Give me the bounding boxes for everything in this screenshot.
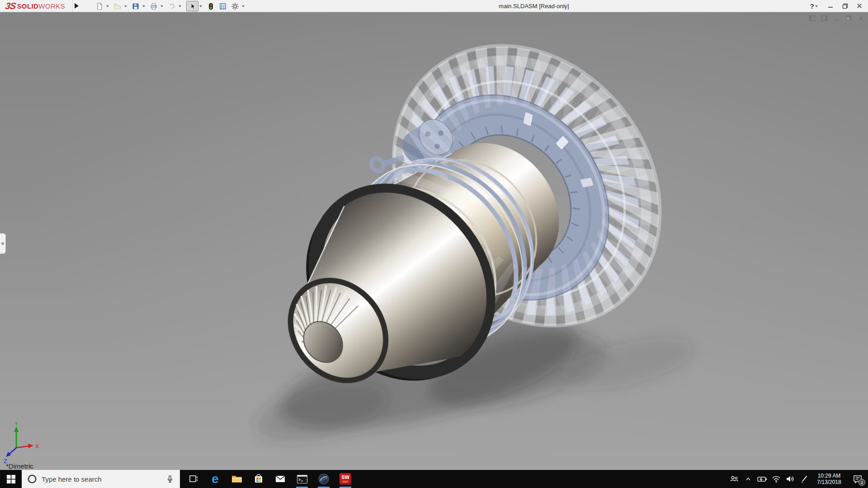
taskbar-app-icons: e [183,470,356,488]
save-button[interactable] [129,1,142,11]
new-document-button[interactable] [93,1,105,11]
quick-access-toolbar [93,0,247,12]
cortana-icon [27,474,37,484]
battery-charging-icon [756,474,768,484]
new-document-icon [95,2,104,10]
taskbar-search-input[interactable]: Type here to search [22,470,180,488]
collapsed-panel-tab[interactable] [0,233,6,254]
open-dropdown[interactable] [124,5,127,9]
triad-y-label: Y [14,422,18,427]
document-window-controls [808,14,864,22]
logo-text-solid: SOLID [17,2,38,10]
solidworks-2017-button[interactable]: SW 2017 [335,470,356,488]
save-dropdown[interactable] [142,5,145,9]
edrawings-icon [318,473,330,485]
command-prompt-button[interactable] [291,470,313,488]
doc-close-button[interactable] [857,14,864,22]
doc-restore-button[interactable] [845,14,852,22]
show-right-pane-button[interactable] [821,14,828,22]
clock-date: 7/13/2018 [811,479,847,485]
microphone-icon[interactable] [165,474,175,483]
edge-button[interactable]: e [204,470,226,488]
save-floppy-icon [132,2,140,10]
flyout-arrow-icon [75,3,81,9]
volume-button[interactable] [783,470,797,488]
battery-button[interactable] [755,470,769,488]
dassault-3ds-logo-icon: 3S [5,1,17,11]
pen-button[interactable] [797,470,811,488]
panel-tab-grip-icon [1,242,4,245]
select-cursor-icon [189,2,197,10]
restore-down-icon [842,3,848,9]
edge-icon: e [212,473,219,485]
task-view-button[interactable] [183,470,204,488]
open-folder-icon [113,2,122,10]
options-dropdown[interactable] [242,5,245,9]
doc-minimize-icon [834,15,840,21]
menu-flyout-button[interactable] [72,0,80,12]
open-button[interactable] [111,1,123,11]
close-icon [857,3,862,9]
restore-button[interactable] [841,2,849,10]
wifi-button[interactable] [769,470,783,488]
volume-icon [785,474,796,484]
display-pane-list-icon [219,2,227,10]
help-dropdown[interactable] [815,5,818,9]
right-pane-icon [821,15,828,22]
rebuild-button[interactable] [204,1,217,11]
undo-arrow-icon [168,2,176,10]
show-left-pane-button[interactable] [808,14,816,22]
options-button[interactable] [229,1,241,11]
start-button[interactable] [0,470,22,488]
command-prompt-icon [297,474,308,484]
select-tool-button[interactable] [186,1,198,11]
clock-time: 10:29 AM [811,473,847,479]
titlebar: 3S SOLIDWORKS [0,0,868,12]
taskbar-clock[interactable]: 10:29 AM 7/13/2018 [811,473,847,485]
people-button[interactable] [727,470,741,488]
file-explorer-icon [231,474,243,484]
windows-taskbar: Type here to search e [0,470,868,488]
people-icon [729,474,740,484]
view-orientation-label: *Dimetric [6,462,33,470]
print-icon [150,2,158,10]
action-center-button[interactable]: 2 [847,470,868,488]
select-dropdown[interactable] [199,5,202,9]
help-button[interactable]: ? [810,2,814,10]
window-controls: ? [810,0,863,12]
notification-badge: 2 [859,479,865,486]
doc-restore-icon [845,15,852,21]
system-tray: 10:29 AM 7/13/2018 2 [727,470,868,488]
chevron-up-icon [744,474,753,483]
sw-label: SW [341,475,349,480]
logo-text-works: WORKS [38,2,65,10]
print-button[interactable] [147,1,160,11]
windows-logo-icon [7,475,15,483]
print-dropdown[interactable] [160,5,163,9]
options-gear-icon [231,2,239,10]
rebuild-traffic-light-icon [207,2,215,10]
search-placeholder: Type here to search [42,475,161,483]
hidden-icons-button[interactable] [741,470,755,488]
display-pane-button[interactable] [217,1,229,11]
edrawings-button[interactable] [313,470,335,488]
new-document-dropdown[interactable] [106,5,109,9]
undo-button[interactable] [165,1,178,11]
mail-icon [275,474,286,483]
3d-model-canvas[interactable] [0,12,868,470]
doc-minimize-button[interactable] [833,14,840,22]
doc-close-icon [858,15,864,21]
minimize-icon [828,3,833,9]
minimize-button[interactable] [826,2,835,10]
store-button[interactable] [248,470,269,488]
task-view-icon [189,474,198,484]
file-explorer-button[interactable] [226,470,248,488]
triad-x-label: X [35,443,39,450]
window-title: main.SLDASM [Read-only] [499,0,569,12]
close-button[interactable] [855,2,863,10]
mail-button[interactable] [269,470,291,488]
graphics-viewport[interactable]: Y X Z *Dimetric [0,12,868,470]
undo-dropdown[interactable] [179,5,181,9]
windows-ink-pen-icon [799,474,810,484]
store-icon [253,474,264,484]
